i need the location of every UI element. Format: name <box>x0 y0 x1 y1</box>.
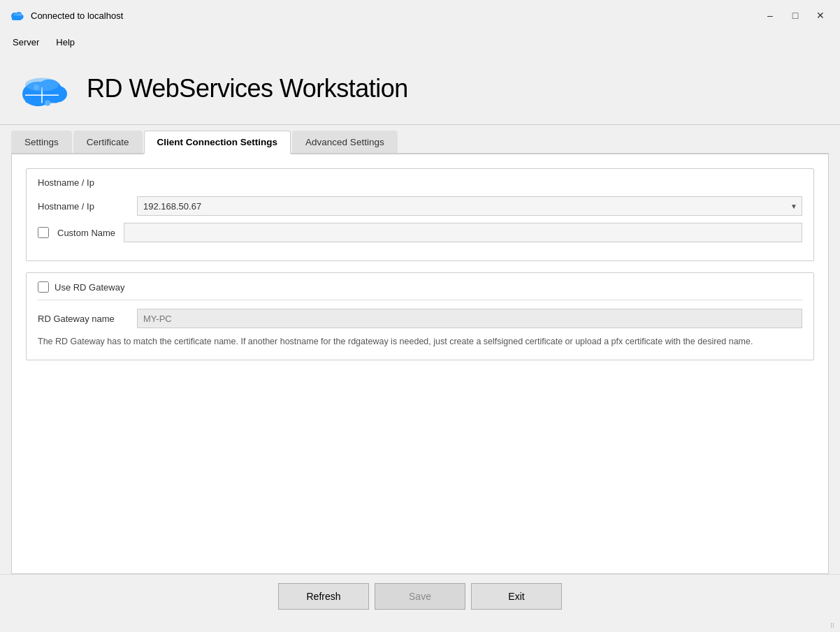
save-button[interactable]: Save <box>375 583 465 610</box>
menu-bar: Server Help <box>0 31 840 53</box>
rd-gateway-name-input[interactable] <box>137 309 802 328</box>
custom-name-input[interactable] <box>124 223 802 242</box>
use-rd-gateway-label[interactable]: Use RD Gateway <box>55 282 124 293</box>
tab-advanced-settings[interactable]: Advanced Settings <box>292 131 398 153</box>
menu-item-server[interactable]: Server <box>6 34 46 50</box>
app-icon <box>8 7 25 24</box>
menu-item-help[interactable]: Help <box>49 34 82 50</box>
tab-certificate[interactable]: Certificate <box>73 131 143 153</box>
svg-point-9 <box>45 100 50 105</box>
app-title: RD WebServices Workstation <box>87 74 408 103</box>
hostname-dropdown[interactable]: ▼ <box>137 196 802 216</box>
grid-icon: ⁝⁝ <box>830 622 834 629</box>
svg-point-12 <box>25 78 59 91</box>
window-title: Connected to localhost <box>31 10 123 21</box>
custom-name-row: Custom Name <box>38 223 802 242</box>
custom-name-checkbox[interactable] <box>38 227 49 238</box>
close-button[interactable]: ✕ <box>809 6 832 25</box>
hostname-dropdown-arrow[interactable]: ▼ <box>786 203 802 210</box>
use-rd-gateway-row: Use RD Gateway <box>38 281 802 293</box>
rd-gateway-info-text: The RD Gateway has to match the certific… <box>38 335 802 348</box>
rd-gateway-group: Use RD Gateway RD Gateway name The RD Ga… <box>26 272 814 360</box>
tab-panel-client-connection: Hostname / Ip Hostname / Ip ▼ Custom Nam… <box>11 154 829 574</box>
custom-name-label[interactable]: Custom Name <box>57 228 115 238</box>
hostname-group: Hostname / Ip Hostname / Ip ▼ Custom Nam… <box>26 168 814 261</box>
tabs: Settings Certificate Client Connection S… <box>11 131 829 154</box>
hostname-row: Hostname / Ip ▼ <box>38 196 802 216</box>
minimize-button[interactable]: – <box>759 6 781 25</box>
hostname-group-title: Hostname / Ip <box>38 177 802 188</box>
tab-settings[interactable]: Settings <box>11 131 72 153</box>
hostname-label: Hostname / Ip <box>38 201 129 212</box>
rd-gateway-name-row: RD Gateway name <box>38 309 802 328</box>
main-content: Settings Certificate Client Connection S… <box>0 125 840 574</box>
app-logo <box>17 64 73 113</box>
title-bar-left: Connected to localhost <box>8 7 123 24</box>
rd-gateway-name-label: RD Gateway name <box>38 314 129 324</box>
status-bar: ⁝⁝ <box>0 618 840 632</box>
bottom-bar: Refresh Save Exit <box>0 574 840 618</box>
divider <box>38 300 802 300</box>
header-area: RD WebServices Workstation <box>0 53 840 125</box>
tab-client-connection-settings[interactable]: Client Connection Settings <box>144 131 291 154</box>
exit-button[interactable]: Exit <box>471 583 562 610</box>
hostname-input[interactable] <box>138 200 786 213</box>
use-rd-gateway-checkbox[interactable] <box>38 281 49 293</box>
title-bar: Connected to localhost – □ ✕ <box>0 0 840 31</box>
refresh-button[interactable]: Refresh <box>278 583 369 610</box>
maximize-button[interactable]: □ <box>784 6 806 25</box>
title-bar-controls: – □ ✕ <box>759 6 832 25</box>
svg-rect-3 <box>12 17 22 20</box>
